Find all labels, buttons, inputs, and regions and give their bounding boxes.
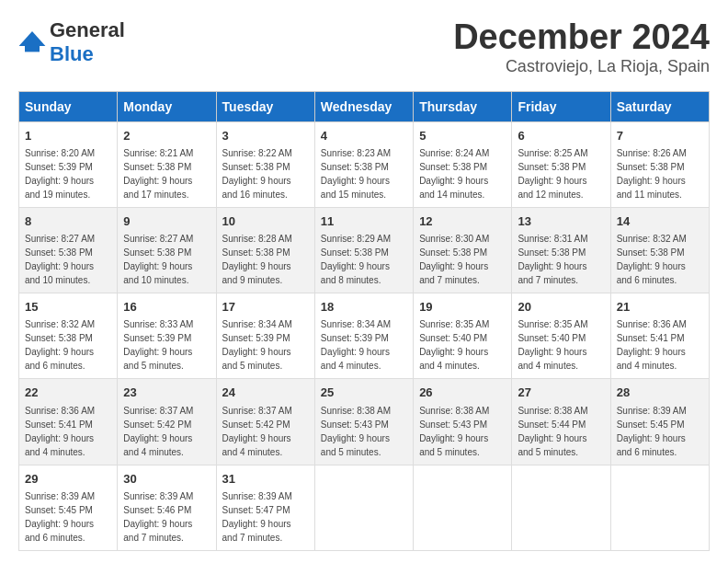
calendar-cell: 28 Sunrise: 8:39 AM Sunset: 5:45 PM Dayl… <box>610 379 709 465</box>
cell-sunrise: Sunrise: 8:35 AM <box>419 319 489 329</box>
location-title: Castroviejo, La Rioja, Spain <box>453 57 710 76</box>
calendar-cell: 12 Sunrise: 8:30 AM Sunset: 5:38 PM Dayl… <box>414 207 512 293</box>
calendar-cell: 16 Sunrise: 8:33 AM Sunset: 5:39 PM Dayl… <box>118 293 216 379</box>
cell-daylight: Daylight: 9 hours and 19 minutes. <box>25 176 94 200</box>
cell-sunrise: Sunrise: 8:37 AM <box>123 406 193 416</box>
cell-sunset: Sunset: 5:38 PM <box>617 162 685 172</box>
cell-sunrise: Sunrise: 8:39 AM <box>25 491 95 501</box>
cell-daylight: Daylight: 9 hours and 9 minutes. <box>222 261 291 285</box>
week-row-1: 1 Sunrise: 8:20 AM Sunset: 5:39 PM Dayli… <box>19 121 710 207</box>
calendar-cell: 3 Sunrise: 8:22 AM Sunset: 5:38 PM Dayli… <box>216 121 314 207</box>
cell-sunset: Sunset: 5:38 PM <box>419 247 487 258</box>
day-number: 8 <box>25 213 111 230</box>
cell-sunset: Sunset: 5:43 PM <box>419 419 487 430</box>
week-row-3: 15 Sunrise: 8:32 AM Sunset: 5:38 PM Dayl… <box>19 293 710 379</box>
title-section: December 2024 Castroviejo, La Rioja, Spa… <box>453 18 710 76</box>
cell-sunrise: Sunrise: 8:27 AM <box>25 234 95 244</box>
calendar-cell: 27 Sunrise: 8:38 AM Sunset: 5:44 PM Dayl… <box>512 379 610 465</box>
day-number: 26 <box>419 385 506 401</box>
day-number: 15 <box>25 299 111 316</box>
calendar-cell <box>512 465 610 550</box>
cell-daylight: Daylight: 9 hours and 12 minutes. <box>518 176 586 200</box>
day-number: 24 <box>222 385 309 401</box>
calendar-cell: 9 Sunrise: 8:27 AM Sunset: 5:38 PM Dayli… <box>118 207 216 293</box>
day-number: 6 <box>518 128 604 144</box>
calendar-cell <box>610 465 709 550</box>
cell-sunrise: Sunrise: 8:31 AM <box>518 234 587 244</box>
day-number: 11 <box>321 213 407 230</box>
cell-sunset: Sunset: 5:41 PM <box>617 333 685 343</box>
cell-daylight: Daylight: 9 hours and 16 minutes. <box>222 176 291 200</box>
cell-sunrise: Sunrise: 8:38 AM <box>518 406 587 416</box>
cell-sunset: Sunset: 5:45 PM <box>25 505 93 515</box>
day-number: 29 <box>25 471 111 488</box>
calendar-cell: 7 Sunrise: 8:26 AM Sunset: 5:38 PM Dayli… <box>610 121 709 207</box>
cell-sunrise: Sunrise: 8:36 AM <box>25 406 95 416</box>
cell-daylight: Daylight: 9 hours and 7 minutes. <box>123 519 192 543</box>
header-day-friday: Friday <box>512 91 610 121</box>
cell-sunset: Sunset: 5:38 PM <box>321 247 389 258</box>
cell-sunrise: Sunrise: 8:34 AM <box>321 319 391 329</box>
day-number: 20 <box>518 299 604 316</box>
cell-sunset: Sunset: 5:43 PM <box>321 419 389 430</box>
cell-daylight: Daylight: 9 hours and 6 minutes. <box>617 261 686 285</box>
svg-marker-0 <box>19 31 46 46</box>
calendar-cell <box>414 465 512 550</box>
cell-daylight: Daylight: 9 hours and 4 minutes. <box>419 347 488 371</box>
calendar-cell: 8 Sunrise: 8:27 AM Sunset: 5:38 PM Dayli… <box>19 207 118 293</box>
cell-sunrise: Sunrise: 8:20 AM <box>25 148 95 158</box>
header: General Blue December 2024 Castroviejo, … <box>18 18 710 76</box>
cell-daylight: Daylight: 9 hours and 10 minutes. <box>123 261 192 285</box>
cell-sunrise: Sunrise: 8:27 AM <box>123 234 193 244</box>
cell-daylight: Daylight: 9 hours and 6 minutes. <box>617 433 686 457</box>
cell-sunset: Sunset: 5:39 PM <box>123 333 191 343</box>
day-number: 18 <box>321 299 407 316</box>
cell-daylight: Daylight: 9 hours and 4 minutes. <box>321 347 390 371</box>
cell-sunrise: Sunrise: 8:32 AM <box>617 234 687 244</box>
cell-sunrise: Sunrise: 8:39 AM <box>617 406 687 416</box>
cell-daylight: Daylight: 9 hours and 7 minutes. <box>518 261 586 285</box>
calendar-cell <box>314 465 413 550</box>
day-number: 5 <box>419 128 506 144</box>
cell-sunrise: Sunrise: 8:30 AM <box>419 234 489 244</box>
month-title: December 2024 <box>453 18 710 57</box>
calendar-cell: 5 Sunrise: 8:24 AM Sunset: 5:38 PM Dayli… <box>414 121 512 207</box>
cell-sunset: Sunset: 5:38 PM <box>222 162 290 172</box>
header-day-thursday: Thursday <box>414 91 512 121</box>
cell-sunset: Sunset: 5:40 PM <box>518 333 586 343</box>
calendar-cell: 1 Sunrise: 8:20 AM Sunset: 5:39 PM Dayli… <box>19 121 118 207</box>
cell-daylight: Daylight: 9 hours and 6 minutes. <box>25 519 94 543</box>
cell-daylight: Daylight: 9 hours and 11 minutes. <box>617 176 686 200</box>
cell-daylight: Daylight: 9 hours and 4 minutes. <box>123 433 192 457</box>
cell-sunrise: Sunrise: 8:32 AM <box>25 319 95 329</box>
cell-sunset: Sunset: 5:39 PM <box>321 333 389 343</box>
logo-general-text: General <box>50 18 125 41</box>
cell-sunset: Sunset: 5:38 PM <box>222 247 290 258</box>
calendar-cell: 24 Sunrise: 8:37 AM Sunset: 5:42 PM Dayl… <box>216 379 314 465</box>
cell-sunrise: Sunrise: 8:38 AM <box>321 406 391 416</box>
header-day-wednesday: Wednesday <box>314 91 413 121</box>
logo-icon <box>18 31 46 53</box>
day-number: 31 <box>222 471 309 488</box>
week-row-5: 29 Sunrise: 8:39 AM Sunset: 5:45 PM Dayl… <box>19 465 710 550</box>
calendar-cell: 6 Sunrise: 8:25 AM Sunset: 5:38 PM Dayli… <box>512 121 610 207</box>
cell-daylight: Daylight: 9 hours and 5 minutes. <box>123 347 192 371</box>
calendar-cell: 19 Sunrise: 8:35 AM Sunset: 5:40 PM Dayl… <box>414 293 512 379</box>
cell-sunset: Sunset: 5:41 PM <box>25 419 93 430</box>
calendar-cell: 17 Sunrise: 8:34 AM Sunset: 5:39 PM Dayl… <box>216 293 314 379</box>
cell-sunset: Sunset: 5:46 PM <box>123 505 191 515</box>
cell-sunrise: Sunrise: 8:37 AM <box>222 406 292 416</box>
calendar-cell: 25 Sunrise: 8:38 AM Sunset: 5:43 PM Dayl… <box>314 379 413 465</box>
cell-sunset: Sunset: 5:42 PM <box>123 419 191 430</box>
cell-sunset: Sunset: 5:39 PM <box>25 162 93 172</box>
day-number: 9 <box>123 213 210 230</box>
day-number: 4 <box>321 128 407 144</box>
cell-sunset: Sunset: 5:38 PM <box>518 162 586 172</box>
cell-sunset: Sunset: 5:39 PM <box>222 333 290 343</box>
day-number: 10 <box>222 213 309 230</box>
calendar-cell: 14 Sunrise: 8:32 AM Sunset: 5:38 PM Dayl… <box>610 207 709 293</box>
cell-sunrise: Sunrise: 8:22 AM <box>222 148 292 158</box>
day-number: 12 <box>419 213 506 230</box>
cell-sunset: Sunset: 5:38 PM <box>123 162 191 172</box>
calendar-cell: 18 Sunrise: 8:34 AM Sunset: 5:39 PM Dayl… <box>314 293 413 379</box>
